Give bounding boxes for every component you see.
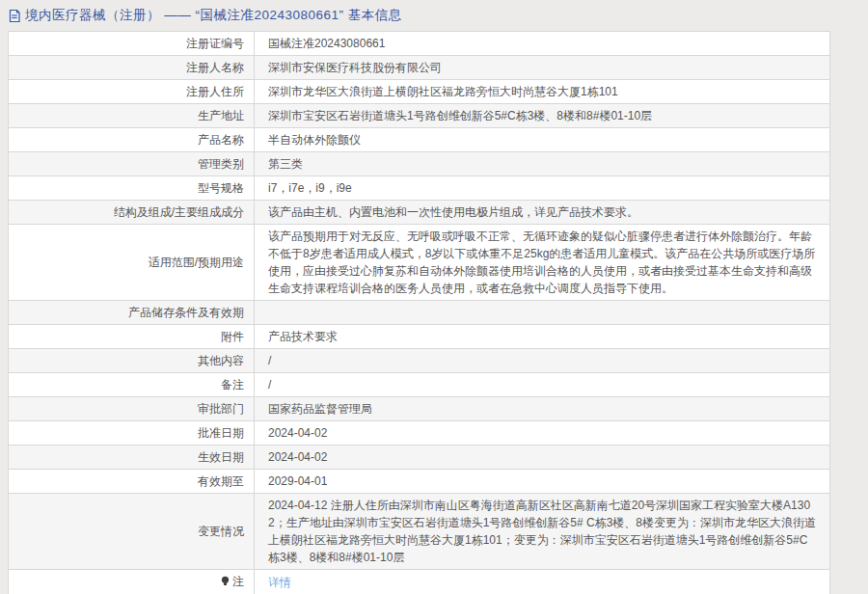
row-label: 注 xyxy=(9,570,255,594)
table-row: 生产地址 深圳市宝安区石岩街道塘头1号路创维创新谷5#C栋3楼、8楼和8#楼01… xyxy=(9,104,830,128)
table-row: 注册人住所 深圳市龙华区大浪街道上横朗社区福龙路旁恒大时尚慧谷大厦1栋101 xyxy=(9,80,830,104)
table-row: 生效日期 2024-04-02 xyxy=(9,446,830,470)
row-value: 2024-04-12 注册人住所由深圳市南山区粤海街道高新区社区高新南七道20号… xyxy=(255,494,830,570)
row-value: 深圳市宝安区石岩街道塘头1号路创维创新谷5#C栋3楼、8楼和8#楼01-10层 xyxy=(255,104,830,128)
row-value: 2029-04-01 xyxy=(255,470,830,494)
page-title: 境内医疗器械（注册） —— “国械注准20243080661” 基本信息 xyxy=(25,7,402,24)
row-value: 深圳市龙华区大浪街道上横朗社区福龙路旁恒大时尚慧谷大厦1栋101 xyxy=(255,80,830,104)
row-label: 注册证编号 xyxy=(9,32,255,56)
row-label: 其他内容 xyxy=(9,349,255,373)
row-value: i7，i7e，i9，i9e xyxy=(255,176,830,201)
row-label: 备注 xyxy=(9,373,255,397)
row-label: 有效期至 xyxy=(9,470,255,494)
note-label: 注 xyxy=(232,575,244,588)
row-value: 国家药品监督管理局 xyxy=(255,397,830,421)
row-value: 2024-04-02 xyxy=(255,421,830,446)
table-row: 结构及组成/主要组成成分 该产品由主机、内置电池和一次性使用电极片组成，详见产品… xyxy=(9,201,830,225)
table-row: 注册证编号 国械注准20243080661 xyxy=(9,32,830,56)
row-label: 审批部门 xyxy=(9,397,255,421)
row-value: 该产品预期用于对无反应、无呼吸或呼吸不正常、无循环迹象的疑似心脏骤停患者进行体外… xyxy=(255,225,830,301)
row-label: 结构及组成/主要组成成分 xyxy=(9,201,255,225)
document-icon xyxy=(8,9,21,23)
table-row: 产品储存条件及有效期 xyxy=(9,301,830,325)
table-row: 批准日期 2024-04-02 xyxy=(9,421,830,446)
row-label: 变更情况 xyxy=(9,494,255,570)
row-label: 附件 xyxy=(9,325,255,349)
row-label: 产品储存条件及有效期 xyxy=(9,301,255,325)
row-label: 型号规格 xyxy=(9,176,255,201)
row-value: 半自动体外除颤仪 xyxy=(255,128,830,152)
row-value: 产品技术要求 xyxy=(255,325,830,349)
table-row: 备注 / xyxy=(9,373,830,397)
row-value: / xyxy=(255,349,830,373)
row-value: / xyxy=(255,373,830,397)
note-bulb-icon xyxy=(220,574,231,591)
table-row: 注册人名称 深圳市安保医疗科技股份有限公司 xyxy=(9,56,830,80)
table-row: 产品名称 半自动体外除颤仪 xyxy=(9,128,830,152)
table-row: 其他内容 / xyxy=(9,349,830,373)
details-link[interactable]: 详情 xyxy=(268,576,291,589)
row-label: 产品名称 xyxy=(9,128,255,152)
row-value: 第三类 xyxy=(255,152,830,176)
row-value: 详情 xyxy=(255,570,830,594)
row-label: 适用范围/预期用途 xyxy=(9,225,255,301)
table-row: 变更情况 2024-04-12 注册人住所由深圳市南山区粤海街道高新区社区高新南… xyxy=(9,494,830,570)
table-row: 注 详情 xyxy=(9,570,830,594)
registration-info-table: 注册证编号 国械注准20243080661 注册人名称 深圳市安保医疗科技股份有… xyxy=(8,31,830,594)
row-value xyxy=(255,301,830,325)
row-label: 注册人名称 xyxy=(9,56,255,80)
table-row: 管理类别 第三类 xyxy=(9,152,830,176)
row-label: 批准日期 xyxy=(9,421,255,446)
row-label: 管理类别 xyxy=(9,152,255,176)
row-label: 生产地址 xyxy=(9,104,255,128)
row-label: 注册人住所 xyxy=(9,80,255,104)
row-label: 生效日期 xyxy=(9,446,255,470)
page-header: 境内医疗器械（注册） —— “国械注准20243080661” 基本信息 xyxy=(0,0,868,29)
row-value: 该产品由主机、内置电池和一次性使用电极片组成，详见产品技术要求。 xyxy=(255,201,830,225)
table-row: 适用范围/预期用途 该产品预期用于对无反应、无呼吸或呼吸不正常、无循环迹象的疑似… xyxy=(9,225,830,301)
row-value: 国械注准20243080661 xyxy=(255,32,830,56)
table-row: 型号规格 i7，i7e，i9，i9e xyxy=(9,176,830,201)
table-row: 审批部门 国家药品监督管理局 xyxy=(9,397,830,421)
table-row: 有效期至 2029-04-01 xyxy=(9,470,830,494)
row-value: 2024-04-02 xyxy=(255,446,830,470)
row-value: 深圳市安保医疗科技股份有限公司 xyxy=(255,56,830,80)
table-row: 附件 产品技术要求 xyxy=(9,325,830,349)
